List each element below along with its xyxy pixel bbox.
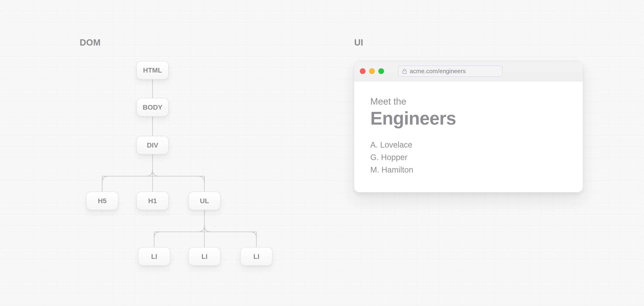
list-item: A. Lovelace: [370, 138, 567, 151]
section-heading-dom: DOM: [80, 38, 100, 48]
url-text: acme.com/engineers: [410, 68, 466, 75]
engineers-list: A. Lovelace G. Hopper M. Hamilton: [370, 138, 567, 176]
dom-node-html: HTML: [136, 61, 169, 79]
browser-titlebar: acme.com/engineers: [354, 61, 583, 81]
dom-node-li-2: LI: [188, 247, 220, 266]
url-bar[interactable]: acme.com/engineers: [398, 66, 503, 77]
svg-rect-0: [403, 71, 406, 74]
page-title: Engineers: [370, 108, 567, 129]
browser-viewport: Meet the Engineers A. Lovelace G. Hopper…: [354, 81, 583, 192]
minimize-icon[interactable]: [369, 68, 375, 74]
dom-node-h5: H5: [86, 192, 118, 210]
dom-node-div: DIV: [136, 136, 169, 155]
dom-node-li-3: LI: [240, 247, 272, 266]
maximize-icon[interactable]: [378, 68, 384, 74]
window-controls: [360, 68, 384, 74]
dom-node-ul: UL: [188, 192, 220, 210]
page-kicker: Meet the: [370, 96, 567, 107]
close-icon[interactable]: [360, 68, 366, 74]
dom-node-h1: H1: [136, 192, 169, 210]
section-heading-ui: UI: [354, 38, 363, 48]
browser-window: acme.com/engineers Meet the Engineers A.…: [354, 61, 583, 193]
dom-node-body: BODY: [136, 98, 169, 116]
lock-icon: [402, 68, 407, 74]
list-item: G. Hopper: [370, 151, 567, 164]
dom-node-li-1: LI: [138, 247, 170, 266]
list-item: M. Hamilton: [370, 164, 567, 176]
diagram-stage: DOM UI HTML BODY DIV H5 H1 UL LI: [0, 0, 644, 306]
